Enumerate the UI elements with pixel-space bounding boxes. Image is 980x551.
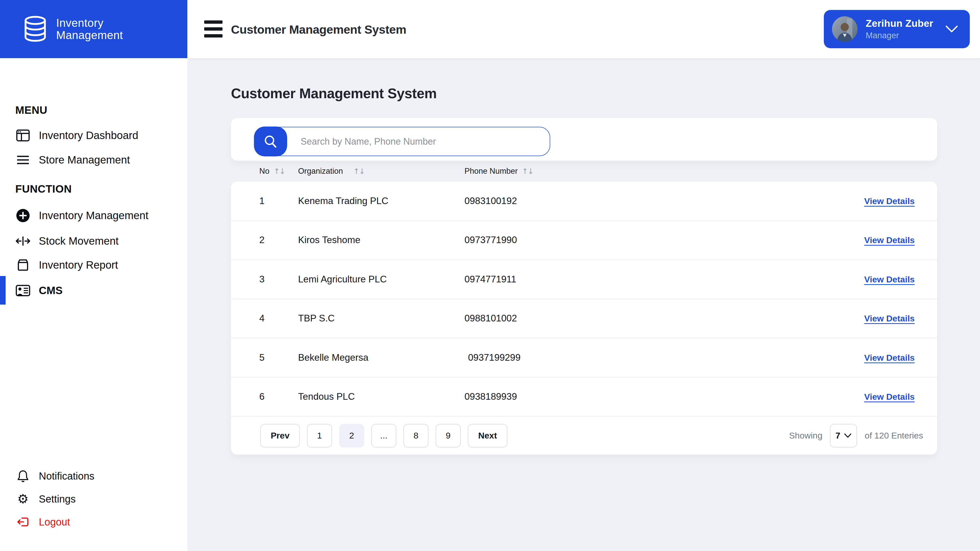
id-card-icon [15, 285, 30, 297]
search-card [231, 118, 937, 161]
search-button[interactable] [254, 127, 287, 156]
cell-organization: Kenema Trading PLC [298, 196, 465, 206]
cell-organization: Lemi Agriculture PLC [298, 274, 465, 285]
view-details-link[interactable]: View Details [864, 235, 915, 245]
sidebar-item-logout[interactable]: Logout [0, 511, 187, 533]
sidebar-item-inventory-dashboard[interactable]: Inventory Dashboard [0, 124, 187, 146]
sidebar-item-cms[interactable]: CMS [0, 279, 187, 302]
sidebar-heading-menu: MENU [15, 104, 48, 116]
view-details-link[interactable]: View Details [864, 196, 915, 206]
column-header-no: No ↑↓ [259, 167, 298, 176]
sidebar: Inventory Management MENU Inventory Dash… [0, 0, 188, 551]
sidebar-item-notifications[interactable]: Notifications [0, 465, 187, 487]
cell-no: 6 [259, 391, 298, 402]
sidebar-item-label: CMS [39, 284, 62, 297]
table-row: 3 Lemi Agriculture PLC 0974771911 View D… [231, 260, 937, 299]
customers-table: 1 Kenema Trading PLC 0983100192 View Det… [231, 182, 937, 454]
sort-icon[interactable]: ↑↓ [522, 167, 533, 176]
bell-icon [15, 470, 30, 483]
prev-page-button[interactable]: Prev [260, 424, 300, 448]
entries-count-label: of 120 Enteries [865, 430, 923, 441]
user-name: Zerihun Zuber [865, 18, 933, 29]
cell-phone: 0974771911 [465, 274, 782, 285]
app-name: Inventory Management [56, 17, 123, 41]
dashboard-icon [15, 129, 30, 142]
cell-organization: Bekelle Megersa [298, 352, 465, 363]
cell-no: 5 [259, 352, 298, 363]
view-details-link[interactable]: View Details [864, 313, 915, 323]
sidebar-item-inventory-management[interactable]: Inventory Management [0, 205, 187, 227]
sidebar-item-label: Logout [39, 516, 70, 528]
page-button-8[interactable]: 8 [404, 424, 428, 448]
page-title: Customer Management System [231, 85, 437, 102]
list-icon [15, 155, 30, 165]
cell-no: 2 [259, 235, 298, 245]
database-icon [24, 15, 47, 43]
next-page-button[interactable]: Next [468, 424, 508, 448]
cell-phone: 0973771990 [465, 235, 782, 245]
chevron-down-icon [844, 433, 852, 438]
chevron-down-icon [945, 25, 958, 33]
sidebar-item-label: Inventory Dashboard [39, 129, 138, 141]
plus-circle-icon [15, 208, 30, 223]
pagination: Prev 1 2 ... 8 9 Next Showing 7 of 120 E… [231, 416, 937, 454]
search-icon [262, 133, 279, 150]
cell-organization: TBP S.C [298, 313, 465, 324]
top-bar: Customer Management System Zerihun Zuber… [188, 0, 980, 58]
cell-phone: 0988101002 [465, 313, 782, 324]
cell-no: 3 [259, 274, 298, 285]
sidebar-heading-function: FUNCTION [15, 183, 72, 195]
view-details-link[interactable]: View Details [864, 275, 915, 284]
page-button-1[interactable]: 1 [307, 424, 332, 448]
page-size-value: 7 [835, 430, 840, 441]
cell-phone: 0937199299 [465, 352, 782, 363]
page-button-2-active[interactable]: 2 [339, 424, 364, 448]
showing-label: Showing [789, 430, 822, 441]
cell-phone: 0983100192 [465, 196, 782, 206]
sidebar-item-inventory-report[interactable]: Inventory Report [0, 254, 187, 276]
sidebar-item-label: Notifications [39, 470, 94, 482]
package-icon [15, 259, 30, 272]
column-header-phone: Phone Number ↑↓ [465, 167, 782, 176]
table-row: 5 Bekelle Megersa 0937199299 View Detail… [231, 338, 937, 378]
hamburger-menu-icon[interactable] [204, 21, 223, 38]
gear-icon: ⚙ [15, 492, 30, 505]
search-input[interactable] [254, 127, 550, 156]
logout-icon [15, 516, 30, 528]
page-button-9[interactable]: 9 [436, 424, 461, 448]
page-size-select[interactable]: 7 [830, 424, 857, 448]
table-header: No ↑↓ Organization ↑↓ Phone Number ↑↓ [231, 161, 937, 182]
sort-icon[interactable]: ↑↓ [353, 167, 364, 176]
cell-no: 4 [259, 313, 298, 324]
user-profile-button[interactable]: Zerihun Zuber Manager [824, 10, 970, 48]
table-row: 2 Kiros Teshome 0973771990 View Details [231, 221, 937, 260]
cell-organization: Kiros Teshome [298, 235, 465, 245]
table-row: 1 Kenema Trading PLC 0983100192 View Det… [231, 182, 937, 221]
cell-phone: 0938189939 [465, 391, 782, 402]
table-row: 4 TBP S.C 0988101002 View Details [231, 299, 937, 338]
avatar [832, 16, 858, 42]
page-ellipsis-button[interactable]: ... [371, 424, 396, 448]
sidebar-item-label: Inventory Management [39, 210, 148, 222]
sidebar-item-label: Settings [39, 493, 76, 505]
sidebar-item-label: Inventory Report [39, 259, 118, 271]
user-role: Manager [865, 30, 933, 40]
header-title: Customer Management System [231, 22, 406, 37]
sidebar-item-stock-movement[interactable]: Stock Movement [0, 230, 187, 252]
table-row: 6 Tendous PLC 0938189939 View Details [231, 378, 937, 417]
main-content: Customer Management System No ↑↓ Organiz… [188, 58, 980, 551]
sidebar-item-label: Stock Movement [39, 235, 119, 247]
sort-icon[interactable]: ↑↓ [274, 167, 285, 176]
view-details-link[interactable]: View Details [864, 353, 915, 362]
column-header-organization: Organization ↑↓ [298, 167, 465, 176]
sidebar-item-settings[interactable]: ⚙ Settings [0, 488, 187, 510]
search-bar [254, 127, 550, 156]
view-details-link[interactable]: View Details [864, 392, 915, 402]
sidebar-item-label: Store Management [39, 154, 130, 166]
cell-no: 1 [259, 196, 298, 206]
stock-movement-icon [15, 235, 30, 247]
sidebar-item-store-management[interactable]: Store Management [0, 149, 187, 171]
cell-organization: Tendous PLC [298, 391, 465, 402]
app-logo: Inventory Management [0, 0, 187, 58]
